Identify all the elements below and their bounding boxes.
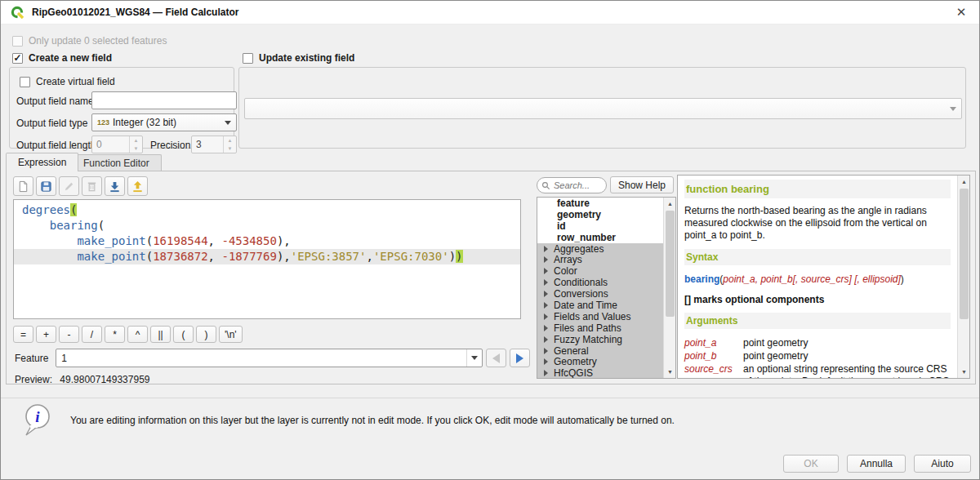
function-list-container: featuregeometryidrow_numberAggregatesArr… xyxy=(537,197,676,379)
spinner-arrows-icon[interactable]: ▲▼ xyxy=(129,136,142,153)
function-group[interactable]: General xyxy=(537,345,663,357)
tab-function-editor[interactable]: Function Editor xyxy=(71,154,162,171)
expand-arrow-icon xyxy=(544,348,548,354)
scroll-down-icon[interactable]: ▼ xyxy=(664,366,676,378)
delete-expression-button[interactable] xyxy=(82,176,102,196)
code-line: make_point(18736872, -1877769),'EPSG:385… xyxy=(14,249,520,264)
output-field-type-value: Integer (32 bit) xyxy=(113,117,176,128)
update-existing-field-checkbox[interactable] xyxy=(243,53,253,64)
function-group[interactable]: Geometry xyxy=(537,356,663,367)
function-group[interactable]: Conversions xyxy=(537,288,663,300)
function-item[interactable]: feature xyxy=(537,198,663,209)
arguments-table: point_apoint geometrypoint_bpoint geomet… xyxy=(684,337,951,379)
operator-button[interactable]: * xyxy=(105,326,125,343)
function-group-label: Geometry xyxy=(554,356,597,367)
scroll-down-icon[interactable]: ▼ xyxy=(958,366,970,378)
existing-field-combo[interactable] xyxy=(244,98,962,119)
next-feature-button[interactable] xyxy=(510,349,530,367)
help-button[interactable]: Aiuto xyxy=(914,455,971,473)
function-group[interactable]: Date and Time xyxy=(537,300,663,311)
only-update-checkbox[interactable] xyxy=(12,36,23,47)
ok-button[interactable]: OK xyxy=(783,455,839,473)
close-button[interactable]: ✕ xyxy=(943,1,979,24)
function-search[interactable] xyxy=(537,177,607,193)
function-group[interactable]: Color xyxy=(537,265,663,277)
function-group[interactable]: Files and Paths xyxy=(537,322,663,334)
expand-arrow-icon xyxy=(544,279,548,286)
chevron-down-icon xyxy=(950,107,956,111)
argument-description: point geometry xyxy=(743,350,951,362)
scrollbar-thumb[interactable] xyxy=(960,189,969,319)
create-new-field-label: Create a new field xyxy=(29,52,112,64)
output-field-length-label: Output field length xyxy=(16,140,96,151)
update-existing-field-checkbox-row[interactable]: Update existing field xyxy=(243,52,354,64)
expression-code[interactable]: degrees( bearing( make_point(16198544, -… xyxy=(13,199,521,319)
output-field-type-combo[interactable]: 123 Integer (32 bit) xyxy=(91,113,237,131)
create-new-field-checkbox[interactable] xyxy=(12,53,23,64)
operator-button[interactable]: = xyxy=(13,326,33,343)
spinner-arrows-icon[interactable]: ▲▼ xyxy=(223,136,236,153)
create-new-field-checkbox-row[interactable]: Create a new field xyxy=(12,52,112,64)
precision-spinner[interactable]: 3 ▲▼ xyxy=(191,136,237,153)
expand-arrow-icon xyxy=(544,291,548,297)
function-group-label: Fields and Values xyxy=(554,311,631,322)
new-expression-button[interactable] xyxy=(13,176,33,196)
chevron-down-icon xyxy=(225,121,231,125)
scrollbar-thumb[interactable] xyxy=(666,211,675,317)
show-help-button[interactable]: Show Help xyxy=(610,176,674,193)
function-group-label: Color xyxy=(554,265,577,277)
function-group[interactable]: Fields and Values xyxy=(537,311,663,322)
only-update-checkbox-row[interactable]: Only update 0 selected features xyxy=(12,35,167,47)
operator-button[interactable]: / xyxy=(82,326,102,343)
function-group[interactable]: Arrays xyxy=(537,254,663,265)
function-list-scrollbar[interactable]: ▲ ▼ xyxy=(663,198,675,378)
save-icon xyxy=(40,180,52,193)
new-field-groupbox: Create virtual field Output field name O… xyxy=(9,67,234,149)
function-item[interactable]: geometry xyxy=(537,209,663,220)
previous-feature-button[interactable] xyxy=(486,349,506,367)
feature-combo[interactable]: 1 xyxy=(56,349,483,367)
tab-expression-label: Expression xyxy=(18,157,66,168)
expand-arrow-icon xyxy=(544,370,548,376)
output-field-length-value: 0 xyxy=(92,136,129,153)
expand-arrow-icon xyxy=(544,256,548,263)
function-item[interactable]: id xyxy=(537,220,663,232)
cancel-button[interactable]: Annulla xyxy=(847,455,906,473)
help-scrollbar[interactable]: ▲ ▼ xyxy=(957,176,969,378)
function-group[interactable]: Fuzzy Matching xyxy=(537,334,663,345)
expand-arrow-icon xyxy=(544,313,548,320)
operator-button[interactable]: - xyxy=(59,326,79,343)
output-field-type-label: Output field type xyxy=(16,118,87,129)
function-group[interactable]: HfcQGIS xyxy=(537,367,663,379)
function-item[interactable]: row_number xyxy=(537,232,663,243)
import-expression-button[interactable] xyxy=(105,176,125,196)
function-group-label: Date and Time xyxy=(554,300,617,311)
create-virtual-field-checkbox[interactable] xyxy=(20,77,30,87)
output-field-length-spinner[interactable]: 0 ▲▼ xyxy=(91,136,143,153)
function-group[interactable]: Conditionals xyxy=(537,277,663,288)
scroll-up-icon[interactable]: ▲ xyxy=(958,176,970,188)
search-input[interactable] xyxy=(554,180,599,190)
operator-button[interactable]: ) xyxy=(196,326,216,343)
function-group[interactable]: Aggregates xyxy=(537,243,663,255)
export-expression-button[interactable] xyxy=(127,176,148,196)
edit-expression-button[interactable] xyxy=(59,176,79,196)
feature-label: Feature xyxy=(15,353,48,364)
output-field-name-input[interactable] xyxy=(91,91,237,109)
only-update-label: Only update 0 selected features xyxy=(29,35,167,47)
operator-button[interactable]: '\n' xyxy=(219,326,243,343)
function-group-label: Arrays xyxy=(554,254,582,265)
operator-button[interactable]: ^ xyxy=(127,326,148,343)
operator-button[interactable]: ( xyxy=(173,326,194,343)
operator-button[interactable]: || xyxy=(150,326,171,343)
create-virtual-field-row[interactable]: Create virtual field xyxy=(20,76,115,87)
new-file-icon xyxy=(17,180,29,193)
operator-button[interactable]: + xyxy=(36,326,56,343)
syntax-heading: Syntax xyxy=(684,249,951,265)
arrow-right-icon xyxy=(516,353,523,363)
syntax-line: bearing(point_a, point_b[, source_crs] [… xyxy=(684,273,951,285)
tab-expression[interactable]: Expression xyxy=(6,153,78,171)
save-expression-button[interactable] xyxy=(36,176,56,196)
argument-name: source_crs xyxy=(684,363,743,379)
scroll-up-icon[interactable]: ▲ xyxy=(664,198,676,210)
